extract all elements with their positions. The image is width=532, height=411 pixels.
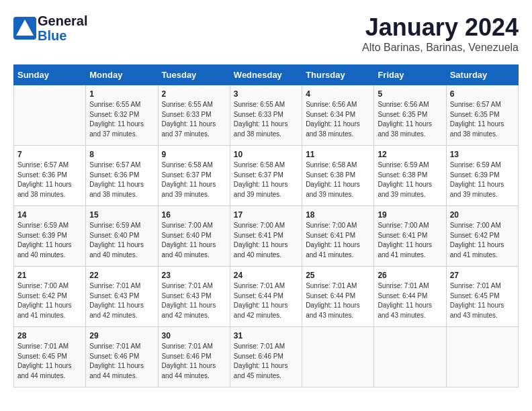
cell-info: Sunrise: 7:01 AMSunset: 6:45 PMDaylight:…	[450, 281, 515, 320]
logo-text-line1: General	[38, 13, 87, 28]
calendar-cell	[14, 85, 86, 146]
calendar-cell: 1Sunrise: 6:55 AMSunset: 6:32 PMDaylight…	[86, 85, 158, 146]
logo: General Blue	[13, 13, 87, 43]
day-number: 14	[17, 210, 82, 220]
calendar-cell: 2Sunrise: 6:55 AMSunset: 6:33 PMDaylight…	[158, 85, 230, 146]
cell-info: Sunrise: 7:01 AMSunset: 6:46 PMDaylight:…	[162, 342, 226, 381]
cell-info: Sunrise: 7:01 AMSunset: 6:44 PMDaylight:…	[378, 281, 442, 320]
weekday-header: Saturday	[446, 65, 518, 85]
day-number: 31	[234, 331, 298, 340]
day-number: 9	[162, 150, 226, 159]
calendar-cell: 17Sunrise: 7:00 AMSunset: 6:41 PMDayligh…	[230, 206, 302, 267]
cell-info: Sunrise: 7:00 AMSunset: 6:41 PMDaylight:…	[306, 221, 370, 260]
day-number: 26	[378, 271, 442, 280]
calendar-cell: 29Sunrise: 7:01 AMSunset: 6:46 PMDayligh…	[86, 327, 158, 387]
calendar-cell: 21Sunrise: 7:00 AMSunset: 6:42 PMDayligh…	[14, 267, 86, 327]
cell-info: Sunrise: 6:58 AMSunset: 6:37 PMDaylight:…	[234, 161, 298, 199]
day-number: 13	[450, 150, 515, 159]
calendar-cell: 31Sunrise: 7:01 AMSunset: 6:46 PMDayligh…	[230, 327, 302, 387]
weekday-header: Thursday	[302, 65, 374, 85]
calendar-cell: 16Sunrise: 7:00 AMSunset: 6:40 PMDayligh…	[158, 206, 230, 267]
logo-icon	[13, 17, 36, 40]
day-number: 30	[162, 331, 226, 340]
calendar-week-row: 1Sunrise: 6:55 AMSunset: 6:32 PMDaylight…	[14, 85, 519, 146]
cell-info: Sunrise: 6:58 AMSunset: 6:38 PMDaylight:…	[306, 161, 370, 199]
day-number: 8	[89, 150, 154, 159]
calendar-cell: 18Sunrise: 7:00 AMSunset: 6:41 PMDayligh…	[302, 206, 374, 267]
calendar-cell: 10Sunrise: 6:58 AMSunset: 6:37 PMDayligh…	[230, 146, 302, 206]
calendar-cell: 4Sunrise: 6:56 AMSunset: 6:34 PMDaylight…	[302, 85, 374, 146]
cell-info: Sunrise: 6:58 AMSunset: 6:37 PMDaylight:…	[162, 161, 226, 199]
weekday-header: Wednesday	[230, 65, 302, 85]
cell-info: Sunrise: 6:57 AMSunset: 6:36 PMDaylight:…	[17, 161, 82, 199]
weekday-header: Monday	[86, 65, 158, 85]
calendar-cell: 15Sunrise: 6:59 AMSunset: 6:40 PMDayligh…	[86, 206, 158, 267]
day-number: 6	[450, 89, 515, 99]
calendar-cell: 12Sunrise: 6:59 AMSunset: 6:38 PMDayligh…	[374, 146, 446, 206]
calendar-cell: 20Sunrise: 7:00 AMSunset: 6:42 PMDayligh…	[446, 206, 518, 267]
day-number: 19	[378, 210, 442, 220]
calendar-cell: 25Sunrise: 7:01 AMSunset: 6:44 PMDayligh…	[302, 267, 374, 327]
title-area: January 2024 Alto Barinas, Barinas, Vene…	[362, 13, 519, 54]
day-number: 27	[450, 271, 515, 280]
cell-info: Sunrise: 7:01 AMSunset: 6:43 PMDaylight:…	[162, 281, 226, 320]
day-number: 21	[17, 271, 82, 280]
cell-info: Sunrise: 6:55 AMSunset: 6:32 PMDaylight:…	[89, 100, 154, 139]
cell-info: Sunrise: 6:59 AMSunset: 6:38 PMDaylight:…	[378, 161, 442, 199]
day-number: 2	[162, 89, 226, 99]
calendar-cell: 8Sunrise: 6:57 AMSunset: 6:36 PMDaylight…	[86, 146, 158, 206]
calendar-table: SundayMondayTuesdayWednesdayThursdayFrid…	[13, 64, 519, 387]
cell-info: Sunrise: 6:56 AMSunset: 6:35 PMDaylight:…	[378, 100, 442, 139]
weekday-header: Friday	[374, 65, 446, 85]
day-number: 25	[306, 271, 370, 280]
day-number: 29	[89, 331, 154, 340]
cell-info: Sunrise: 7:01 AMSunset: 6:44 PMDaylight:…	[234, 281, 298, 320]
calendar-cell: 3Sunrise: 6:55 AMSunset: 6:33 PMDaylight…	[230, 85, 302, 146]
cell-info: Sunrise: 6:56 AMSunset: 6:34 PMDaylight:…	[306, 100, 370, 139]
calendar-title: January 2024	[362, 13, 519, 42]
cell-info: Sunrise: 6:59 AMSunset: 6:39 PMDaylight:…	[450, 161, 515, 199]
cell-info: Sunrise: 7:00 AMSunset: 6:41 PMDaylight:…	[378, 221, 442, 260]
cell-info: Sunrise: 6:59 AMSunset: 6:39 PMDaylight:…	[17, 221, 82, 260]
day-number: 5	[378, 89, 442, 99]
calendar-week-row: 7Sunrise: 6:57 AMSunset: 6:36 PMDaylight…	[14, 146, 519, 206]
cell-info: Sunrise: 7:01 AMSunset: 6:44 PMDaylight:…	[306, 281, 370, 320]
day-number: 18	[306, 210, 370, 220]
calendar-cell: 5Sunrise: 6:56 AMSunset: 6:35 PMDaylight…	[374, 85, 446, 146]
calendar-cell: 23Sunrise: 7:01 AMSunset: 6:43 PMDayligh…	[158, 267, 230, 327]
calendar-cell: 13Sunrise: 6:59 AMSunset: 6:39 PMDayligh…	[446, 146, 518, 206]
day-number: 4	[306, 89, 370, 99]
day-number: 23	[162, 271, 226, 280]
day-number: 12	[378, 150, 442, 159]
calendar-cell: 30Sunrise: 7:01 AMSunset: 6:46 PMDayligh…	[158, 327, 230, 387]
cell-info: Sunrise: 6:57 AMSunset: 6:36 PMDaylight:…	[89, 161, 154, 199]
weekday-header: Sunday	[14, 65, 86, 85]
calendar-cell: 27Sunrise: 7:01 AMSunset: 6:45 PMDayligh…	[446, 267, 518, 327]
cell-info: Sunrise: 6:55 AMSunset: 6:33 PMDaylight:…	[162, 100, 226, 139]
day-number: 15	[89, 210, 154, 220]
calendar-cell	[302, 327, 374, 387]
calendar-cell: 11Sunrise: 6:58 AMSunset: 6:38 PMDayligh…	[302, 146, 374, 206]
day-number: 16	[162, 210, 226, 220]
cell-info: Sunrise: 7:00 AMSunset: 6:42 PMDaylight:…	[450, 221, 515, 260]
cell-info: Sunrise: 6:59 AMSunset: 6:40 PMDaylight:…	[89, 221, 154, 260]
cell-info: Sunrise: 7:00 AMSunset: 6:42 PMDaylight:…	[17, 281, 82, 320]
cell-info: Sunrise: 7:01 AMSunset: 6:46 PMDaylight:…	[234, 342, 298, 381]
day-number: 22	[89, 271, 154, 280]
day-number: 10	[234, 150, 298, 159]
calendar-header-row: SundayMondayTuesdayWednesdayThursdayFrid…	[14, 65, 519, 85]
calendar-cell: 26Sunrise: 7:01 AMSunset: 6:44 PMDayligh…	[374, 267, 446, 327]
calendar-cell: 19Sunrise: 7:00 AMSunset: 6:41 PMDayligh…	[374, 206, 446, 267]
cell-info: Sunrise: 6:57 AMSunset: 6:35 PMDaylight:…	[450, 100, 515, 139]
cell-info: Sunrise: 7:01 AMSunset: 6:45 PMDaylight:…	[17, 342, 82, 381]
calendar-cell: 24Sunrise: 7:01 AMSunset: 6:44 PMDayligh…	[230, 267, 302, 327]
calendar-cell: 6Sunrise: 6:57 AMSunset: 6:35 PMDaylight…	[446, 85, 518, 146]
calendar-cell: 9Sunrise: 6:58 AMSunset: 6:37 PMDaylight…	[158, 146, 230, 206]
calendar-subtitle: Alto Barinas, Barinas, Venezuela	[362, 42, 519, 54]
day-number: 20	[450, 210, 515, 220]
day-number: 3	[234, 89, 298, 99]
calendar-week-row: 28Sunrise: 7:01 AMSunset: 6:45 PMDayligh…	[14, 327, 519, 387]
calendar-cell: 22Sunrise: 7:01 AMSunset: 6:43 PMDayligh…	[86, 267, 158, 327]
calendar-week-row: 21Sunrise: 7:00 AMSunset: 6:42 PMDayligh…	[14, 267, 519, 327]
calendar-cell: 28Sunrise: 7:01 AMSunset: 6:45 PMDayligh…	[14, 327, 86, 387]
